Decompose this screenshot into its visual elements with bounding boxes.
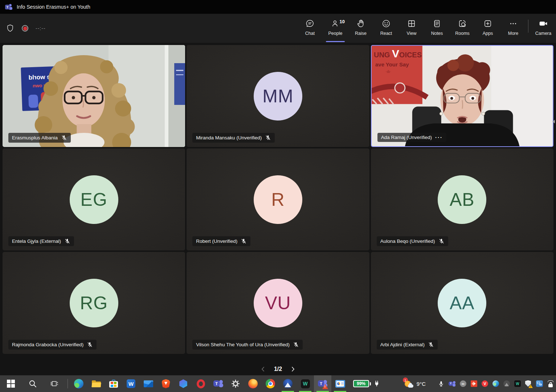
- raise-hand-icon: [356, 19, 365, 28]
- windows-logo-icon: [7, 380, 15, 388]
- mic-muted-icon: [438, 238, 445, 244]
- taskbar-teams[interactable]: T: [209, 375, 227, 392]
- raise-hand-button[interactable]: Raise: [348, 14, 373, 43]
- office-hex-icon: [179, 379, 188, 388]
- taskbar-mail[interactable]: [140, 375, 157, 392]
- participant-nametag: Entela Gjyla (External): [8, 236, 74, 246]
- tray-creative-cloud-icon[interactable]: ∞: [460, 380, 466, 387]
- opera-icon: [197, 379, 205, 388]
- more-label: More: [508, 31, 518, 36]
- tray-scanner-app-icon[interactable]: [536, 380, 543, 387]
- titlebar: T Info Session Erasmus+ on Youth: [0, 0, 556, 14]
- tray-remote-app-icon[interactable]: [471, 380, 477, 387]
- tray-edge-icon[interactable]: [492, 380, 499, 387]
- apps-plus-icon: [483, 19, 492, 28]
- participant-tile-miranda-mansaku[interactable]: MM Miranda Mansaku (Unverified): [187, 45, 369, 147]
- tray-hotspot-lock-icon[interactable]: [547, 380, 554, 387]
- avatar-initials: RG: [80, 293, 108, 314]
- apps-button[interactable]: Apps: [475, 14, 500, 43]
- taskbar-teams-alert[interactable]: T !: [314, 375, 331, 392]
- people-icon: [331, 19, 340, 28]
- participant-tile-aulona-beqo[interactable]: AB Aulona Beqo (Unverified): [371, 148, 553, 250]
- previous-page-icon[interactable]: [260, 366, 266, 372]
- view-label: View: [407, 31, 417, 36]
- participant-tile-vilson-shehu[interactable]: VU Vilson Shehu The Youth of Ura (Unveri…: [187, 252, 369, 354]
- mic-muted-icon: [61, 135, 67, 141]
- mic-muted-icon: [265, 135, 271, 141]
- word-icon: W: [127, 379, 135, 388]
- participant-tile-entela-gjyla[interactable]: EG Entela Gjyla (External): [3, 148, 185, 250]
- participant-tile-robert[interactable]: R Robert (Unverified): [187, 148, 369, 250]
- tray-vivaldi-icon[interactable]: V: [482, 380, 488, 387]
- tray-windows-security-icon[interactable]: !: [525, 380, 532, 387]
- battery-percent: 99%: [357, 381, 365, 386]
- nordvpn-icon: [283, 379, 293, 388]
- participant-more-menu[interactable]: ···: [435, 136, 443, 139]
- taskbar-opera[interactable]: [192, 375, 209, 392]
- teams-logo-icon: T: [5, 3, 12, 11]
- taskbar-brave[interactable]: [157, 375, 175, 392]
- brave-icon: [162, 379, 170, 388]
- people-button[interactable]: 10 People: [323, 14, 348, 43]
- more-button[interactable]: More: [500, 14, 526, 43]
- avatar-initials: MM: [262, 86, 293, 107]
- taskbar-firefox[interactable]: [244, 375, 262, 392]
- participant-tile-arbi-ajdini[interactable]: AA Arbi Ajdini (External): [371, 252, 553, 354]
- tray-teams-icon[interactable]: T: [449, 381, 455, 387]
- teams-meeting-window: T Info Session Erasmus+ on Youth --:-- C…: [0, 0, 556, 392]
- taskbar-settings[interactable]: [227, 375, 244, 392]
- presentation-app-icon: [335, 380, 345, 388]
- temperature-label: 9°C: [417, 381, 426, 387]
- grid-pagination: 1/2: [0, 366, 556, 372]
- chat-label: Chat: [305, 31, 315, 36]
- mail-icon: [144, 380, 153, 387]
- taskbar-nordvpn[interactable]: [279, 375, 297, 392]
- chat-button[interactable]: Chat: [297, 14, 323, 43]
- view-button[interactable]: View: [399, 14, 424, 43]
- participant-tile-erasmusplus-albania[interactable]: Study the world expand your own: [3, 45, 185, 147]
- taskbar-webex[interactable]: W: [297, 375, 314, 392]
- participant-name: Rajmonda Grabocka (Unverified): [12, 342, 83, 347]
- camera-button[interactable]: Camera: [531, 14, 556, 43]
- taskbar-file-explorer[interactable]: [87, 375, 105, 392]
- taskbar-edge[interactable]: [70, 375, 87, 392]
- rooms-button[interactable]: Rooms: [450, 14, 475, 43]
- next-page-icon[interactable]: [290, 366, 296, 372]
- people-selected-underline: [326, 41, 345, 42]
- participant-tile-ada-ramaj[interactable]: UNG VOICES ave Your Say ·ılı·: [371, 45, 553, 147]
- meeting-title: Info Session Erasmus+ on Youth: [17, 4, 90, 10]
- taskbar-microsoft-store[interactable]: [105, 375, 122, 392]
- taskbar-search-button[interactable]: [22, 375, 44, 392]
- taskbar-word[interactable]: W: [122, 375, 140, 392]
- notes-label: Notes: [431, 31, 443, 36]
- taskbar-chrome[interactable]: [262, 375, 279, 392]
- teams-icon: T: [213, 379, 223, 388]
- participant-nametag: Miranda Mansaku (Unverified): [192, 133, 275, 143]
- notes-button[interactable]: Notes: [424, 14, 450, 43]
- grid-scroll-arrow[interactable]: [552, 120, 555, 123]
- camera-icon: [539, 19, 548, 28]
- rooms-label: Rooms: [455, 31, 470, 36]
- react-button[interactable]: React: [373, 14, 399, 43]
- gear-icon: [231, 379, 240, 388]
- poster-haveyoursay: ave Your Say: [375, 62, 409, 68]
- mic-muted-icon: [241, 238, 247, 244]
- firefox-icon: [248, 379, 258, 388]
- battery-indicator[interactable]: 99%: [353, 380, 380, 387]
- avatar-initials: EG: [81, 189, 107, 210]
- task-view-button[interactable]: [44, 375, 65, 392]
- taskbar-office-hex[interactable]: [175, 375, 192, 392]
- start-button[interactable]: [0, 375, 22, 392]
- chat-icon: [305, 19, 315, 28]
- participant-tile-rajmonda-grabocka[interactable]: RG Rajmonda Grabocka (Unverified): [3, 252, 185, 354]
- weather-widget[interactable]: 1 9°C: [404, 379, 426, 388]
- mic-muted-icon: [293, 342, 299, 348]
- search-icon: [28, 379, 37, 388]
- taskbar-presentation-app[interactable]: [331, 375, 349, 392]
- battery-tip: [370, 382, 371, 385]
- power-plug-icon: [373, 380, 380, 387]
- tray-webex-icon[interactable]: W: [514, 380, 521, 387]
- shield-icon: [6, 24, 15, 33]
- tray-nordvpn-icon[interactable]: [503, 380, 510, 387]
- tray-microphone-icon[interactable]: [438, 381, 444, 387]
